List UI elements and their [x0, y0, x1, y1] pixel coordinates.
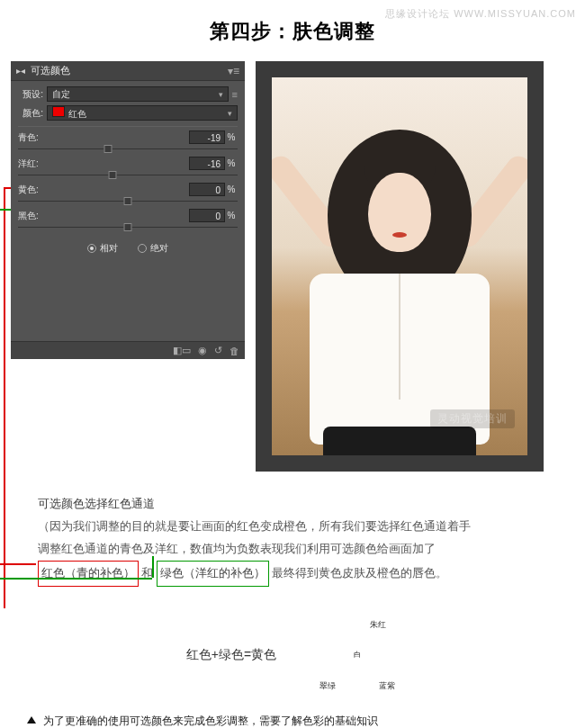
clip-icon[interactable]: ◧▭ — [173, 345, 191, 356]
visibility-icon[interactable]: ◉ — [198, 345, 207, 356]
green-complement-box: 绿色（洋红的补色） — [157, 561, 269, 587]
radio-absolute[interactable]: 绝对 — [138, 242, 168, 255]
slider-row: 黄色: 0 % — [18, 183, 238, 206]
slider-track[interactable] — [18, 222, 238, 232]
color-value: 红色 — [68, 109, 86, 119]
top-watermark: 思缘设计论坛 WWW.MISSYUAN.COM — [385, 7, 576, 21]
slider-label: 黄色: — [18, 184, 189, 196]
slider-thumb[interactable] — [124, 223, 132, 231]
reset-icon[interactable]: ↺ — [214, 345, 222, 356]
slider-track[interactable] — [18, 170, 238, 180]
slider-row: 青色: -19 % — [18, 130, 238, 154]
percent-label: % — [225, 184, 238, 194]
color-select[interactable]: 红色 ▾ — [47, 105, 238, 121]
slider-value[interactable]: -16 — [189, 157, 225, 170]
radio-relative[interactable]: 相对 — [87, 242, 118, 255]
slider-row: 洋红: -16 % — [18, 157, 238, 180]
rgb-venn-diagram: 朱红 翠绿 蓝紫 白 — [321, 621, 399, 689]
venn-label-blue: 蓝紫 — [379, 680, 395, 692]
chevron-down-icon: ▾ — [228, 109, 232, 118]
color-equation: 红色+绿色=黄色 — [186, 647, 276, 663]
slider-thumb[interactable] — [104, 145, 112, 153]
venn-label-green: 翠绿 — [320, 680, 336, 692]
radio-relative-label: 相对 — [100, 243, 118, 253]
triangle-icon — [27, 716, 36, 724]
percent-label: % — [225, 211, 238, 220]
result-photo: 灵动视觉培训 — [272, 77, 527, 455]
slider-track[interactable] — [18, 144, 238, 154]
desc-tail: 最终得到黄色皮肤及橙色的唇色。 — [272, 567, 447, 580]
preset-label: 预设: — [18, 88, 43, 101]
slider-track[interactable] — [18, 196, 238, 206]
trash-icon[interactable]: 🗑 — [230, 346, 239, 356]
photo-watermark: 灵动视觉培训 — [430, 409, 515, 428]
chevron-down-icon: ▾ — [219, 90, 223, 99]
panel-header: ▸◂ 可选颜色 ▾≡ — [11, 61, 245, 81]
slider-thumb[interactable] — [124, 197, 132, 205]
panel-body: 预设: 自定 ▾ ≡ 颜色: 红色 ▾ 青色: -19 % — [11, 81, 245, 265]
red-complement-box: 红色（青的补色） — [38, 561, 139, 587]
venn-label-red: 朱红 — [370, 619, 386, 631]
slider-value[interactable]: -19 — [189, 130, 225, 144]
footer-text: 为了更准确的使用可选颜色来完成色彩调整，需要了解色彩的基础知识 — [43, 715, 378, 726]
panel-tab[interactable]: 可选颜色 — [31, 64, 70, 77]
radio-absolute-label: 绝对 — [150, 243, 168, 253]
venn-label-white: 白 — [354, 650, 361, 660]
desc-line-1: 可选颜色选择红色通道 — [38, 493, 547, 516]
slider-label: 洋红: — [18, 157, 189, 170]
desc-line-2: （因为我们调整的目的就是要让画面的红色变成橙色，所有我们要选择红色通道着手 — [38, 516, 547, 538]
desc-line-3: 调整红色通道的青色及洋红，数值均为负数表现我们利用可选颜色给画面加了 — [38, 538, 547, 561]
photo-frame: 灵动视觉培训 — [256, 61, 544, 472]
slider-row: 黑色: 0 % — [18, 209, 238, 232]
slider-value[interactable]: 0 — [189, 209, 225, 222]
equation-row: 红色+绿色=黄色 朱红 翠绿 蓝紫 白 — [0, 596, 585, 709]
preset-select[interactable]: 自定 ▾ — [47, 86, 229, 102]
preset-value: 自定 — [52, 88, 70, 101]
desc-line-4: 红色（青的补色） 和 绿色（洋红的补色） 最终得到黄色皮肤及橙色的唇色。 — [38, 561, 547, 587]
panel-footer: ◧▭ ◉ ↺ 🗑 — [11, 341, 245, 359]
color-label: 颜色: — [18, 107, 43, 120]
percent-label: % — [225, 132, 238, 142]
collapse-icon[interactable]: ▸◂ — [16, 66, 25, 76]
slider-value[interactable]: 0 — [189, 183, 225, 196]
slider-label: 青色: — [18, 131, 189, 144]
description: 可选颜色选择红色通道 （因为我们调整的目的就是要让画面的红色变成橙色，所有我们要… — [0, 472, 585, 596]
panel-menu-icon[interactable]: ▾≡ — [228, 65, 239, 77]
percent-label: % — [225, 158, 238, 168]
footer-note: 为了更准确的使用可选颜色来完成色彩调整，需要了解色彩的基础知识 — [0, 709, 585, 728]
preset-menu-icon[interactable]: ≡ — [232, 89, 238, 100]
slider-thumb[interactable] — [108, 171, 116, 179]
selective-color-panel: ▸◂ 可选颜色 ▾≡ 预设: 自定 ▾ ≡ 颜色: 红色 ▾ — [11, 61, 245, 359]
color-swatch-red — [52, 106, 65, 117]
slider-label: 黑色: — [18, 210, 189, 222]
